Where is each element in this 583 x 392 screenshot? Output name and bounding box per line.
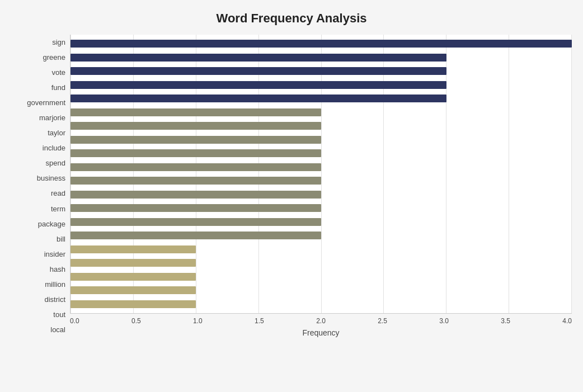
y-label: taylor — [48, 129, 65, 136]
bar — [70, 163, 321, 171]
bar — [70, 95, 446, 102]
bar-row — [70, 37, 572, 51]
bar-row — [70, 51, 572, 65]
bar-row — [70, 270, 572, 284]
y-label: million — [45, 281, 65, 288]
y-label: government — [27, 99, 65, 106]
bar-row — [70, 229, 572, 243]
y-label: insider — [44, 251, 65, 258]
bar-row — [70, 297, 572, 311]
chart-title: Word Frequency Analysis — [11, 11, 572, 26]
bars-wrapper — [70, 35, 572, 313]
bar — [70, 286, 196, 294]
bar — [70, 54, 446, 62]
y-label: business — [37, 174, 65, 182]
bar — [70, 149, 321, 157]
bar-row — [70, 256, 572, 270]
y-label: spend — [46, 159, 65, 167]
bars-area — [70, 35, 572, 314]
x-tick: 2.0 — [316, 317, 326, 325]
bar — [70, 136, 321, 144]
bar — [70, 81, 446, 89]
bar-row — [70, 174, 572, 188]
x-tick: 4.0 — [562, 317, 572, 325]
bar — [70, 67, 446, 75]
x-axis-label: Frequency — [70, 328, 572, 337]
x-tick: 0.0 — [70, 317, 79, 325]
chart-area: signgreenevotefundgovernmentmarjorietayl… — [11, 35, 572, 337]
y-label: vote — [51, 69, 65, 76]
bar-row — [70, 78, 572, 92]
bar — [70, 122, 321, 130]
bar-row — [70, 92, 572, 106]
y-label: read — [51, 190, 65, 197]
bar — [70, 40, 572, 48]
x-tick: 0.5 — [131, 317, 141, 325]
y-label: hash — [50, 266, 65, 273]
bar-row — [70, 160, 572, 174]
y-axis: signgreenevotefundgovernmentmarjorietayl… — [11, 35, 70, 337]
bar-row — [70, 284, 572, 297]
x-tick: 1.0 — [193, 317, 203, 325]
bar-row — [70, 147, 572, 160]
bar — [70, 108, 321, 116]
bar — [70, 232, 321, 239]
x-tick: 2.5 — [378, 317, 387, 325]
y-label: greene — [43, 54, 65, 61]
y-label: package — [38, 220, 65, 228]
y-label: tout — [53, 311, 65, 318]
bar — [70, 218, 321, 226]
bar-row — [70, 243, 572, 257]
bar-row — [70, 201, 572, 215]
x-axis: 0.00.51.01.52.02.53.03.54.0 — [70, 314, 572, 326]
bar — [70, 204, 321, 212]
chart-container: Word Frequency Analysis signgreenevotefu… — [0, 0, 583, 392]
bar-row — [70, 188, 572, 202]
bar-row — [70, 106, 572, 120]
y-label: include — [43, 144, 65, 152]
bar-row — [70, 119, 572, 133]
y-label: local — [50, 326, 65, 333]
x-tick: 3.5 — [501, 317, 510, 325]
bar — [70, 245, 196, 253]
y-label: bill — [57, 235, 65, 243]
bar-row — [70, 133, 572, 147]
bar — [70, 259, 196, 267]
bars-and-xaxis: 0.00.51.01.52.02.53.03.54.0 Frequency — [70, 35, 572, 337]
bar-row — [70, 215, 572, 229]
y-label: sign — [52, 39, 65, 46]
x-tick: 3.0 — [439, 317, 449, 325]
y-label: marjorie — [39, 114, 65, 121]
y-label: fund — [51, 84, 65, 91]
y-label: district — [44, 296, 65, 303]
bar — [70, 300, 196, 308]
bar-row — [70, 64, 572, 78]
bar — [70, 191, 321, 199]
y-label: term — [51, 205, 65, 212]
bar — [70, 177, 321, 185]
x-tick: 1.5 — [255, 317, 264, 325]
bar — [70, 273, 196, 281]
